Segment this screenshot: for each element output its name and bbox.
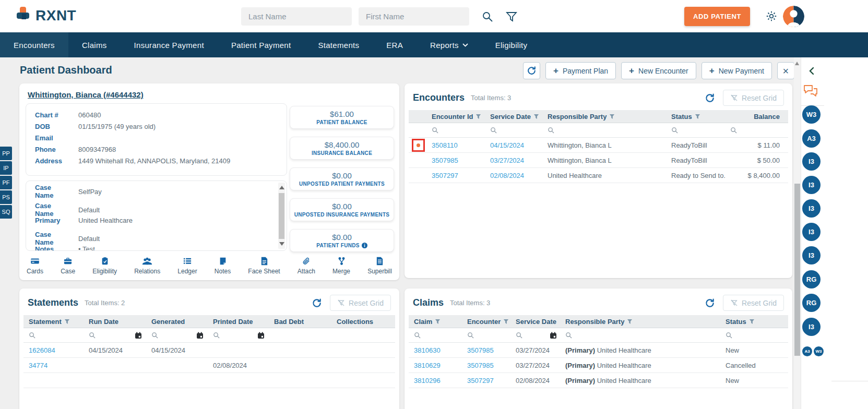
claim-row[interactable]: 3810629 3507985 03/27/2024 (Primary) Uni… — [409, 358, 788, 373]
side-tab-sq[interactable]: SQ — [0, 205, 12, 219]
column-filter-icon[interactable] — [475, 114, 481, 119]
filter-status[interactable] — [666, 127, 725, 134]
reset-grid-button[interactable]: Reset Grid — [723, 90, 784, 106]
search-icon[interactable] — [481, 10, 494, 23]
toolbar-merge[interactable]: Merge — [332, 257, 350, 275]
reset-grid-button[interactable]: Reset Grid — [330, 295, 391, 311]
nav-tab-patient-payment[interactable]: Patient Payment — [218, 32, 305, 57]
filter-generated[interactable] — [146, 332, 208, 339]
filter-funnel-icon[interactable] — [505, 10, 518, 23]
claim-id-link[interactable]: 3810629 — [414, 362, 441, 369]
encounter-id-link[interactable]: 3507985 — [432, 157, 458, 164]
nav-tab-encounters[interactable]: Encounters — [0, 32, 68, 57]
column-filter-icon[interactable] — [533, 114, 539, 119]
claim-encounter-link[interactable]: 3507297 — [467, 377, 494, 384]
column-filter-icon[interactable] — [695, 114, 700, 119]
column-filter-icon[interactable] — [503, 319, 509, 324]
patient-name-link[interactable]: Whittington, Bianca (#4644432) — [28, 90, 144, 99]
toolbar-superbill[interactable]: Superbill — [367, 257, 392, 275]
queue-badge[interactable]: I3 — [802, 176, 821, 194]
case-scrollbar[interactable] — [278, 183, 285, 249]
scroll-up-arrow[interactable] — [279, 186, 284, 189]
queue-badge[interactable]: I3 — [802, 318, 821, 336]
collapse-chevron-icon[interactable] — [805, 65, 818, 77]
queue-badge-small[interactable]: A3 — [802, 346, 812, 356]
column-filter-icon[interactable] — [64, 319, 70, 324]
side-tab-pp[interactable]: PP — [0, 147, 12, 160]
encounter-row[interactable]: 3507985 03/27/2024 Whittington, Bianca L… — [409, 153, 788, 168]
side-tab-pf[interactable]: PF — [0, 176, 12, 189]
queue-badge-small[interactable]: W3 — [814, 346, 824, 356]
filter-printed-date[interactable] — [208, 332, 269, 339]
side-tab-ip[interactable]: IP — [0, 161, 12, 175]
nav-tab-insurance-payment[interactable]: Insurance Payment — [121, 32, 218, 57]
filter-statement[interactable] — [23, 332, 84, 339]
filter-encounter-id[interactable] — [426, 127, 485, 134]
column-filter-icon[interactable] — [749, 319, 755, 324]
encounter-id-link[interactable]: 3508110 — [432, 141, 458, 149]
queue-badge[interactable]: I3 — [802, 152, 821, 171]
encounter-row[interactable]: 3507297 02/08/2024 United Healthcare Rea… — [409, 168, 788, 183]
page-scrollbar[interactable] — [794, 57, 801, 409]
last-name-input[interactable] — [241, 7, 352, 26]
nav-tab-reports[interactable]: Reports — [417, 32, 482, 57]
claim-id-link[interactable]: 3810296 — [414, 377, 441, 384]
reset-grid-button[interactable]: Reset Grid — [723, 295, 784, 311]
toolbar-notes[interactable]: Notes — [215, 257, 231, 275]
gear-icon[interactable] — [765, 10, 778, 22]
filter-encounter[interactable] — [462, 332, 510, 339]
statement-id-link[interactable]: 34774 — [29, 362, 47, 369]
toolbar-eligibility[interactable]: Eligibility — [92, 257, 117, 275]
claim-encounter-link[interactable]: 3507985 — [467, 362, 494, 369]
queue-badge[interactable]: I3 — [802, 199, 821, 218]
scrollbar-thumb[interactable] — [794, 184, 800, 356]
calendar-icon[interactable] — [135, 332, 146, 339]
calendar-icon[interactable] — [257, 332, 269, 339]
refresh-icon[interactable] — [703, 296, 717, 310]
new-encounter-button[interactable]: +New Encounter — [621, 62, 696, 79]
payment-plan-button[interactable]: +Payment Plan — [545, 62, 616, 79]
queue-badge[interactable]: I3 — [802, 223, 821, 241]
chat-icon[interactable] — [803, 85, 819, 98]
rxnt-logo[interactable]: RXNT — [16, 6, 76, 26]
refresh-icon[interactable] — [703, 91, 717, 105]
toolbar-cards[interactable]: Cards — [27, 257, 43, 275]
service-date-link[interactable]: 02/08/2024 — [490, 172, 524, 179]
service-date-link[interactable]: 03/27/2024 — [490, 157, 524, 164]
queue-badge[interactable]: W3 — [802, 105, 821, 124]
user-avatar[interactable] — [783, 6, 804, 27]
scrollbar-thumb[interactable] — [279, 193, 284, 239]
toolbar-relations[interactable]: Relations — [134, 257, 160, 275]
statement-row[interactable]: 1626084 04/15/2024 04/15/2024 — [23, 343, 395, 358]
toolbar-attach[interactable]: Attach — [298, 257, 315, 275]
scroll-up-arrow[interactable] — [795, 62, 799, 65]
toolbar-ledger[interactable]: Ledger — [177, 257, 197, 275]
encounter-row[interactable]: 3508110 04/15/2024 Whittington, Bianca L… — [409, 138, 788, 153]
claim-row[interactable]: 3810296 3507297 02/08/2024 (Primary) Uni… — [409, 373, 788, 388]
info-icon[interactable] — [362, 243, 367, 248]
claim-encounter-link[interactable]: 3507985 — [467, 346, 494, 354]
filter-claim[interactable] — [409, 332, 462, 339]
column-filter-icon[interactable] — [627, 319, 633, 324]
nav-tab-claims[interactable]: Claims — [68, 32, 121, 57]
toolbar-face-sheet[interactable]: Face Sheet — [248, 257, 280, 275]
new-payment-button[interactable]: +New Payment — [701, 62, 772, 79]
toolbar-case[interactable]: Case — [61, 257, 75, 275]
queue-badge[interactable]: RG — [802, 294, 821, 312]
statement-row[interactable]: 34774 02/08/2024 — [23, 358, 395, 373]
queue-badge[interactable]: I3 — [802, 246, 821, 264]
nav-tab-statements[interactable]: Statements — [304, 32, 373, 57]
column-filter-icon[interactable] — [609, 114, 615, 119]
filter-responsible-party[interactable] — [560, 332, 720, 339]
filter-balance[interactable] — [725, 127, 788, 134]
first-name-input[interactable] — [359, 7, 469, 26]
close-dashboard-button[interactable]: × — [777, 62, 794, 79]
nav-tab-eligibility[interactable]: Eligibility — [482, 32, 541, 57]
nav-tab-era[interactable]: ERA — [373, 32, 417, 57]
side-tab-ps[interactable]: PS — [0, 190, 12, 204]
claim-row[interactable]: 3810630 3507985 03/27/2024 (Primary) Uni… — [409, 343, 788, 358]
filter-status[interactable] — [720, 332, 788, 339]
scroll-down-arrow[interactable] — [279, 242, 284, 246]
claim-id-link[interactable]: 3810630 — [414, 346, 441, 354]
filter-service-date[interactable] — [510, 332, 560, 339]
